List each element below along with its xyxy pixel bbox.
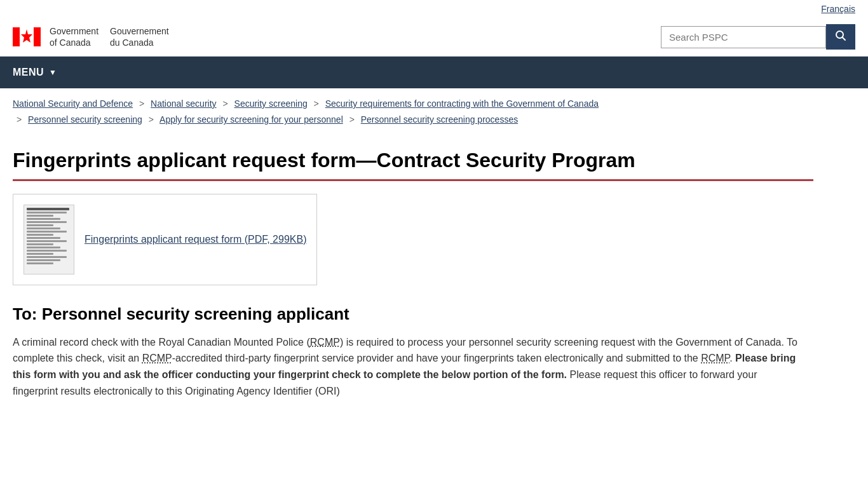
breadcrumb-sep-2: > bbox=[222, 98, 227, 109]
title-divider bbox=[13, 179, 813, 181]
pdf-download-link[interactable]: Fingerprints applicant request form (PDF… bbox=[85, 234, 306, 245]
breadcrumb-sep-5: > bbox=[149, 114, 154, 125]
breadcrumb-item-2[interactable]: National security bbox=[151, 98, 217, 109]
logo-area: Government of Canada Gouvernement du Can… bbox=[13, 25, 169, 48]
bold-instruction: Please bring this form with you and ask … bbox=[13, 353, 796, 380]
svg-line-5 bbox=[843, 37, 846, 41]
search-area bbox=[661, 24, 855, 50]
canada-flag-icon bbox=[13, 27, 41, 46]
rcmp-abbr-2: RCMP bbox=[142, 353, 172, 363]
breadcrumb-item-4[interactable]: Security requirements for contracting wi… bbox=[325, 98, 599, 109]
rcmp-abbr-1: RCMP bbox=[310, 337, 340, 348]
breadcrumb-item-5[interactable]: Personnel security screening bbox=[28, 114, 142, 125]
logo-text: Government of Canada Gouvernement du Can… bbox=[50, 25, 169, 48]
breadcrumb-item-7[interactable]: Personnel security screening processes bbox=[361, 114, 518, 125]
main-content: Fingerprints applicant request form—Cont… bbox=[0, 135, 826, 424]
svg-rect-0 bbox=[13, 27, 20, 46]
search-icon bbox=[835, 30, 846, 41]
section-heading: To: Personnel security screening applica… bbox=[13, 304, 813, 324]
logo-fr: Gouvernement du Canada bbox=[110, 25, 169, 48]
logo-en: Government of Canada bbox=[50, 25, 98, 48]
breadcrumb-item-6[interactable]: Apply for security screening for your pe… bbox=[159, 114, 343, 125]
chevron-down-icon: ▼ bbox=[49, 68, 57, 77]
nav-bar: MENU ▼ bbox=[0, 57, 868, 88]
breadcrumb-sep-6: > bbox=[349, 114, 355, 125]
search-button[interactable] bbox=[826, 24, 855, 50]
breadcrumb-sep-3: > bbox=[314, 98, 319, 109]
breadcrumb-item-3[interactable]: Security screening bbox=[234, 98, 308, 109]
svg-rect-3 bbox=[34, 27, 41, 46]
search-input[interactable] bbox=[661, 26, 826, 48]
menu-label: MENU bbox=[13, 67, 44, 78]
body-text: A criminal record check with the Royal C… bbox=[13, 334, 801, 399]
breadcrumb: National Security and Defence > National… bbox=[0, 88, 868, 135]
menu-button[interactable]: MENU ▼ bbox=[0, 57, 70, 88]
top-bar: Français bbox=[0, 0, 868, 18]
site-header: Government of Canada Gouvernement du Can… bbox=[0, 18, 868, 57]
pdf-thumbnail bbox=[24, 205, 74, 274]
french-link[interactable]: Français bbox=[821, 4, 855, 14]
rcmp-abbr-3: RCMP bbox=[701, 353, 729, 363]
breadcrumb-item-1[interactable]: National Security and Defence bbox=[13, 98, 133, 109]
pdf-card: Fingerprints applicant request form (PDF… bbox=[13, 194, 317, 285]
page-title: Fingerprints applicant request form—Cont… bbox=[13, 148, 813, 172]
breadcrumb-sep-1: > bbox=[139, 98, 144, 109]
breadcrumb-sep-4: > bbox=[17, 114, 22, 125]
